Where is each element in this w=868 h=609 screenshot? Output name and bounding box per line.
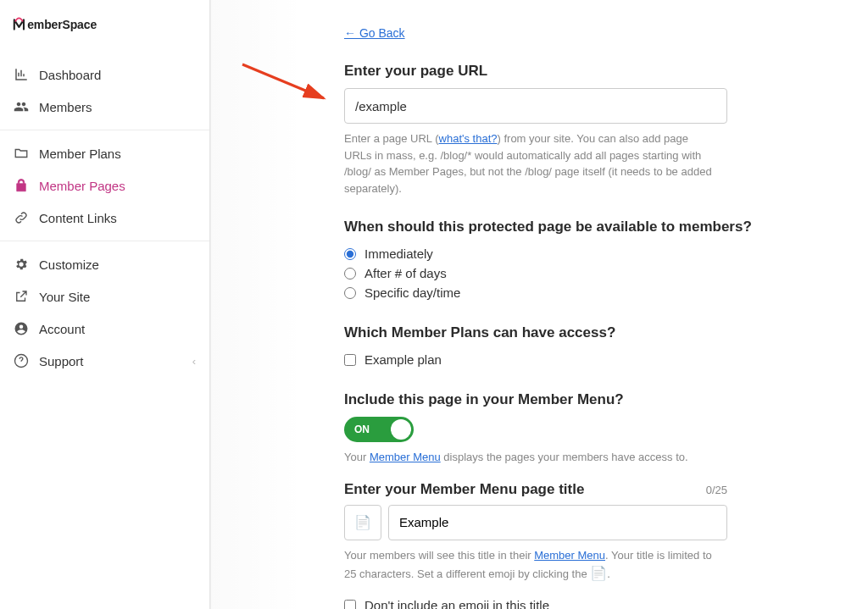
section-page-title: Enter your Member Menu page title 0/25 📄… — [344, 481, 829, 610]
sidebar: emberSpace Dashboard Members Member Plan… — [0, 0, 210, 609]
section-page-url: Enter your page URL Enter a page URL (wh… — [344, 63, 829, 197]
section-title-plans: Which Member Plans can have access? — [344, 324, 829, 341]
sidebar-item-label: Members — [39, 100, 92, 114]
radio-input-specific-day[interactable] — [344, 287, 356, 299]
nav-divider — [0, 130, 209, 130]
gear-icon — [14, 257, 29, 272]
sidebar-item-support[interactable]: Support ‹ — [0, 345, 209, 377]
page-url-input[interactable] — [344, 88, 727, 124]
help-circle-icon — [14, 353, 29, 368]
page-emoji-icon-inline: 📄 — [590, 566, 607, 580]
section-title-availability: When should this protected page be avail… — [344, 219, 829, 235]
page-title-input[interactable] — [388, 505, 727, 540]
sidebar-item-label: Member Plans — [39, 147, 121, 161]
radio-label: After # of days — [364, 266, 447, 280]
sidebar-item-label: Customize — [39, 257, 99, 272]
sidebar-item-member-plans[interactable]: Member Plans — [0, 137, 209, 169]
menu-helper-text: Your Member Menu displays the pages your… — [344, 449, 717, 466]
section-title-url: Enter your page URL — [344, 63, 829, 80]
sidebar-item-label: Account — [39, 322, 85, 336]
member-menu-toggle[interactable]: ON — [344, 417, 414, 442]
sidebar-item-customize[interactable]: Customize — [0, 248, 209, 280]
url-helper-text: Enter a page URL (what's that?) from you… — [344, 130, 717, 197]
section-availability: When should this protected page be avail… — [344, 219, 829, 302]
section-title-menu: Include this page in your Member Menu? — [344, 391, 829, 408]
char-count: 0/25 — [706, 484, 727, 496]
nav-divider — [0, 241, 209, 241]
svg-text:emberSpace: emberSpace — [27, 18, 97, 31]
radio-immediately[interactable]: Immediately — [344, 244, 829, 263]
radio-input-immediately[interactable] — [344, 248, 356, 260]
main-content: ← Go Back Enter your page URL Enter a pa… — [305, 0, 868, 609]
link-icon — [14, 210, 29, 225]
go-back-link[interactable]: ← Go Back — [344, 26, 405, 40]
no-emoji-checkbox-row[interactable]: Don't include an emoji in this title — [344, 595, 829, 609]
plan-checkbox[interactable] — [344, 354, 356, 366]
folder-icon — [14, 146, 29, 161]
sidebar-item-label: Dashboard — [39, 68, 101, 82]
sidebar-item-account[interactable]: Account — [0, 313, 209, 345]
no-emoji-label: Don't include an emoji in this title — [364, 598, 549, 609]
plan-checkbox-row[interactable]: Example plan — [344, 350, 829, 369]
chevron-left-icon: ‹ — [192, 355, 196, 368]
radio-after-days[interactable]: After # of days — [344, 263, 829, 283]
user-circle-icon — [14, 321, 29, 336]
no-emoji-checkbox[interactable] — [344, 600, 356, 610]
member-menu-link-2[interactable]: Member Menu — [534, 549, 605, 562]
title-helper-text: Your members will see this title in thei… — [344, 547, 717, 584]
toggle-knob — [391, 419, 411, 440]
external-link-icon — [14, 289, 29, 304]
sidebar-item-members[interactable]: Members — [0, 91, 209, 123]
radio-specific-day[interactable]: Specific day/time — [344, 283, 829, 302]
sidebar-item-content-links[interactable]: Content Links — [0, 202, 209, 234]
section-title-page-title: Enter your Member Menu page title — [344, 481, 584, 498]
section-member-menu: Include this page in your Member Menu? O… — [344, 391, 829, 466]
chart-icon — [14, 67, 29, 82]
sidebar-item-label: Your Site — [39, 290, 90, 304]
page-emoji-icon: 📄 — [354, 514, 371, 530]
toggle-label: ON — [354, 424, 370, 435]
content-shadow — [210, 0, 305, 609]
radio-label: Specific day/time — [364, 285, 460, 300]
brand-logo: emberSpace — [0, 0, 209, 57]
sidebar-item-member-pages[interactable]: Member Pages — [0, 169, 209, 202]
section-plans: Which Member Plans can have access? Exam… — [344, 324, 829, 369]
sidebar-item-your-site[interactable]: Your Site — [0, 280, 209, 313]
member-menu-link[interactable]: Member Menu — [370, 451, 441, 463]
whats-that-link[interactable]: what's that? — [439, 132, 498, 145]
radio-label: Immediately — [364, 246, 433, 261]
lock-icon — [14, 178, 29, 193]
users-icon — [14, 99, 29, 114]
sidebar-item-label: Content Links — [39, 211, 117, 225]
radio-input-after-days[interactable] — [344, 268, 356, 280]
sidebar-item-label: Member Pages — [39, 179, 125, 193]
sidebar-item-label: Support — [39, 354, 84, 368]
memberspace-logo-icon: emberSpace — [12, 15, 131, 34]
emoji-picker-button[interactable]: 📄 — [344, 505, 381, 540]
sidebar-item-dashboard[interactable]: Dashboard — [0, 58, 209, 91]
plan-label: Example plan — [364, 352, 442, 367]
